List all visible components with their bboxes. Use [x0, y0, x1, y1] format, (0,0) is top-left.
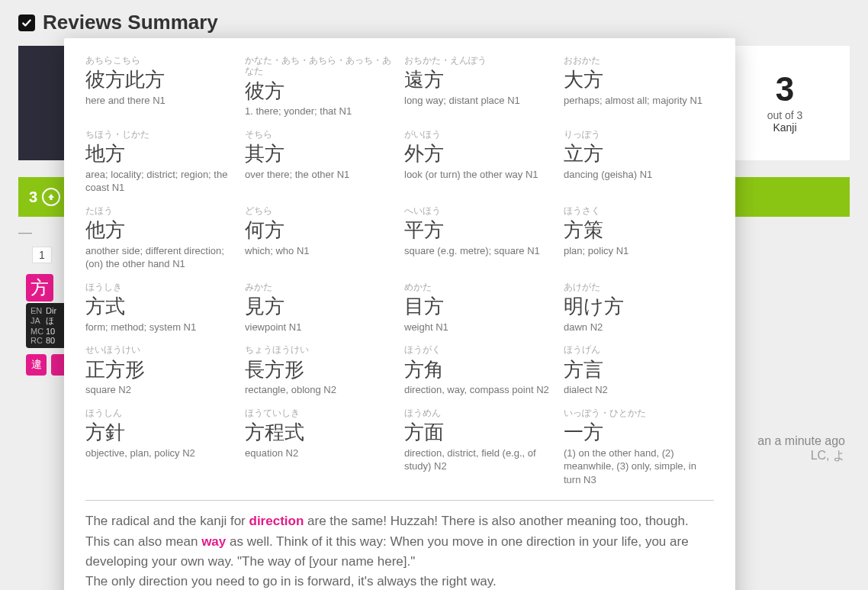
vocab-meaning: over there; the other N1	[245, 168, 395, 182]
vocab-entry[interactable]: ほうめん方面direction, district, field (e.g., …	[404, 408, 555, 487]
vocab-kanji: 方策	[564, 218, 714, 243]
vocab-entry[interactable]: そちら其方over there; the other N1	[245, 129, 395, 195]
vocab-kanji: 見方	[245, 294, 395, 319]
vocab-entry[interactable]: ほうげん方言dialect N2	[564, 344, 714, 396]
vocab-entry[interactable]: かなた・あち・あちら・あっち・あなた彼方1. there; yonder; th…	[245, 55, 395, 118]
vocab-entry[interactable]: せいほうけい正方形square N2	[85, 344, 236, 396]
vocab-kanji: 方言	[564, 357, 714, 382]
vocab-entry[interactable]: めかた目方weight N1	[404, 282, 555, 334]
stat-card: 3 out of 3 Kanji	[720, 46, 850, 160]
vocab-entry[interactable]: ちほう・じかた地方area; locality; district; regio…	[85, 129, 236, 195]
vocab-meaning: which; who N1	[245, 244, 395, 258]
stat-big-number: 3	[776, 73, 794, 106]
vocab-reading: そちら	[245, 129, 395, 140]
vocab-reading: あけがた	[564, 282, 714, 292]
vocab-kanji: 平方	[404, 218, 555, 243]
vocab-meaning: another side; different direction; (on) …	[85, 244, 236, 271]
vocab-meaning: dialect N2	[564, 383, 714, 397]
vocab-meaning: (1) on the other hand, (2) meanwhile, (3…	[564, 447, 714, 487]
check-icon	[18, 15, 35, 31]
highlight-way: way	[201, 534, 226, 549]
vocab-kanji: 彼方	[245, 79, 395, 104]
vocab-entry[interactable]: へいほう平方square (e.g. metre); square N1	[404, 205, 555, 271]
vocab-popup: あちらこちら彼方此方here and there N1かなた・あち・あちら・あっ…	[64, 38, 735, 590]
vocab-entry[interactable]: がいほう外方look (or turn) the other way N1	[404, 129, 555, 195]
vocab-meaning: perhaps; almost all; majority N1	[564, 94, 714, 108]
correct-count: 3	[29, 189, 37, 206]
vocab-meaning: dancing (geisha) N1	[564, 168, 714, 182]
dash-icon: —	[18, 224, 32, 240]
vocab-kanji: 方角	[404, 357, 555, 382]
vocab-meaning: plan; policy N1	[564, 244, 714, 258]
vocab-reading: せいほうけい	[85, 344, 236, 355]
vocab-entry[interactable]: ちょうほうけい長方形rectangle, oblong N2	[245, 344, 395, 396]
vocab-entry[interactable]: どちら何方which; who N1	[245, 205, 395, 271]
vocab-meaning: direction, way, compass point N2	[404, 383, 555, 397]
vocab-meaning: weight N1	[404, 321, 555, 334]
related-chip[interactable]: 違	[26, 354, 47, 376]
vocab-entry[interactable]: りっぽう立方dancing (geisha) N1	[564, 129, 714, 195]
vocab-entry[interactable]: みかた見方viewpoint N1	[245, 282, 395, 334]
level-badge[interactable]: 1	[32, 247, 52, 263]
vocab-reading: あちらこちら	[85, 55, 236, 66]
vocab-entry[interactable]: おちかた・えんぽう遠方long way; distant place N1	[404, 55, 555, 118]
mnemonic-text: The radical and the kanji for direction …	[85, 511, 714, 590]
page-header: Reviews Summary	[18, 11, 218, 34]
vocab-reading: かなた・あち・あちら・あっち・あなた	[245, 55, 395, 77]
vocab-entry[interactable]: いっぽう・ひとかた一方(1) on the other hand, (2) me…	[564, 408, 714, 487]
highlight-direction: direction	[249, 514, 304, 528]
vocab-kanji: 立方	[564, 141, 714, 166]
vocab-meaning: 1. there; yonder; that N1	[245, 105, 395, 118]
vocab-meaning: square N2	[85, 383, 236, 397]
vocab-meaning: objective, plan, policy N2	[85, 447, 236, 460]
vocab-entry[interactable]: たほう他方another side; different direction; …	[85, 205, 236, 271]
vocab-meaning: look (or turn) the other way N1	[404, 168, 555, 182]
vocab-reading: へいほう	[404, 205, 555, 216]
vocab-entry[interactable]: おおかた大方perhaps; almost all; majority N1	[564, 55, 714, 118]
stat-subtext: out of 3	[767, 109, 803, 121]
vocab-meaning: long way; distant place N1	[404, 94, 555, 108]
stat-label: Kanji	[773, 121, 796, 134]
vocab-kanji: 外方	[404, 141, 555, 166]
vocab-kanji: 方針	[85, 420, 236, 445]
vocab-entry[interactable]: ほうしき方式form; method; system N1	[85, 282, 236, 334]
up-arrow-icon	[42, 188, 60, 206]
vocab-reading: ちょうほうけい	[245, 344, 395, 355]
page-title: Reviews Summary	[43, 11, 218, 34]
vocab-reading: ほうめん	[404, 408, 555, 418]
vocab-reading: どちら	[245, 205, 395, 216]
vocab-meaning: square (e.g. metre); square N1	[404, 244, 555, 258]
vocab-meaning: viewpoint N1	[245, 321, 395, 334]
vocab-reading: おちかた・えんぽう	[404, 55, 555, 66]
divider	[85, 500, 714, 501]
vocab-entry[interactable]: ほうていしき方程式equation N2	[245, 408, 395, 487]
vocab-entry[interactable]: あちらこちら彼方此方here and there N1	[85, 55, 236, 118]
vocab-kanji: 地方	[85, 141, 236, 166]
vocab-reading: ほうしん	[85, 408, 236, 418]
vocab-meaning: form; method; system N1	[85, 321, 236, 334]
vocab-reading: ほうしき	[85, 282, 236, 292]
kanji-chip[interactable]: 方	[26, 274, 53, 301]
vocab-meaning: equation N2	[245, 447, 395, 460]
vocab-reading: ほうげん	[564, 344, 714, 355]
vocab-reading: おおかた	[564, 55, 714, 66]
vocab-reading: りっぽう	[564, 129, 714, 140]
vocab-reading: ちほう・じかた	[85, 129, 236, 140]
vocab-kanji: 何方	[245, 218, 395, 243]
vocab-kanji: 方面	[404, 420, 555, 445]
vocab-entry[interactable]: ほうしん方針objective, plan, policy N2	[85, 408, 236, 487]
vocab-reading: ほうさく	[564, 205, 714, 216]
vocab-reading: たほう	[85, 205, 236, 216]
vocab-kanji: 一方	[564, 420, 714, 445]
vocab-reading: ほうていしき	[245, 408, 395, 418]
vocab-entry[interactable]: ほうさく方策plan; policy N1	[564, 205, 714, 271]
vocab-kanji: 長方形	[245, 357, 395, 382]
vocab-kanji: 正方形	[85, 357, 236, 382]
vocab-kanji: 明け方	[564, 294, 714, 319]
vocab-entry[interactable]: ほうがく方角direction, way, compass point N2	[404, 344, 555, 396]
vocab-kanji: 大方	[564, 67, 714, 92]
vocab-meaning: dawn N2	[564, 321, 714, 334]
vocab-reading: ほうがく	[404, 344, 555, 355]
vocab-kanji: 彼方此方	[85, 67, 236, 92]
vocab-entry[interactable]: あけがた明け方dawn N2	[564, 282, 714, 334]
